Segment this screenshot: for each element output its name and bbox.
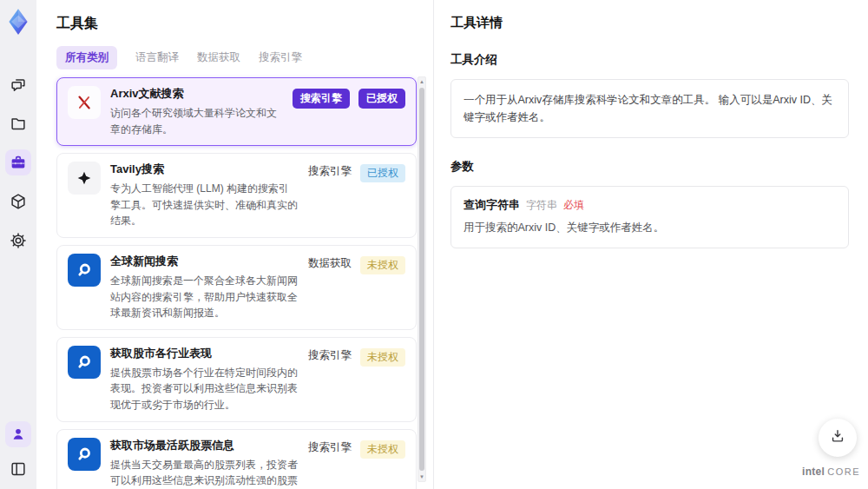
tool-icon — [68, 346, 101, 379]
auth-status-badge: 已授权 — [358, 89, 405, 109]
app-window: 工具集 所有类别语言翻译数据获取搜索引擎 Arxiv文献搜索 访问 — [0, 0, 868, 489]
download-button[interactable] — [819, 419, 857, 457]
tab-category-1[interactable]: 语言翻译 — [135, 50, 179, 65]
tool-category-label: 搜索引擎 — [293, 89, 350, 109]
tool-name: 获取市场最活跃股票信息 — [110, 438, 299, 453]
param-description: 用于搜索的Arxiv ID、关键字或作者姓名。 — [464, 221, 836, 235]
params-heading: 参数 — [450, 159, 849, 175]
auth-status-badge: 未授权 — [360, 256, 405, 274]
tool-description: 提供股票市场各个行业在特定时间段内的表现。投资者可以利用这些信息来识别表现优于或… — [110, 365, 299, 413]
tool-name: Tavily搜索 — [110, 162, 299, 177]
param-type: 字符串 — [526, 198, 557, 213]
arxiv-logo-icon — [75, 93, 94, 112]
tool-name: 获取股市各行业表现 — [110, 346, 299, 361]
tool-icon — [68, 254, 101, 287]
tool-card-list: Arxiv文献搜索 访问各个研究领域大量科学论文和文章的存储库。 搜索引擎 已授… — [56, 77, 417, 489]
tab-category-3[interactable]: 搜索引擎 — [259, 50, 302, 65]
tool-category-label: 搜索引擎 — [308, 440, 352, 455]
category-tabs: 所有类别语言翻译数据获取搜索引擎 — [56, 46, 433, 69]
app-logo-icon — [3, 7, 33, 36]
intro-box: 一个用于从Arxiv存储库搜索科学论文和文章的工具。 输入可以是Arxiv ID… — [450, 79, 849, 138]
tavily-star-icon — [75, 169, 94, 188]
tool-name: Arxiv文献搜索 — [110, 86, 283, 102]
tool-icon — [68, 162, 101, 195]
folder-icon — [9, 114, 28, 133]
scroll-up-icon[interactable]: ▲ — [419, 77, 424, 86]
list-scrollbar[interactable]: ▲ ▼ — [418, 76, 426, 482]
gear-icon — [9, 231, 28, 250]
news-search-icon — [75, 261, 94, 280]
tool-description: 提供当天交易量最高的股票列表，投资者可以利用这些信息来识别流动性强的股票和潜在的… — [110, 457, 299, 489]
tool-card[interactable]: 获取股市各行业表现 提供股票市场各个行业在特定时间段内的表现。投资者可以利用这些… — [56, 337, 417, 422]
download-icon — [829, 427, 846, 448]
tool-card[interactable]: Arxiv文献搜索 访问各个研究领域大量科学论文和文章的存储库。 搜索引擎 已授… — [56, 77, 417, 146]
intro-heading: 工具介绍 — [450, 52, 849, 68]
news-search-icon — [75, 353, 94, 372]
user-icon — [10, 426, 27, 443]
intel-brand-text: intel — [802, 466, 825, 478]
tool-description: 访问各个研究领域大量科学论文和文章的存储库。 — [110, 105, 283, 137]
param-name: 查询字符串 — [464, 197, 520, 213]
tab-category-2[interactable]: 数据获取 — [197, 50, 240, 65]
tool-category-label: 搜索引擎 — [308, 348, 352, 363]
tool-detail-panel: 工具详情 工具介绍 一个用于从Arxiv存储库搜索科学论文和文章的工具。 输入可… — [434, 0, 868, 489]
tool-list-panel: 工具集 所有类别语言翻译数据获取搜索引擎 Arxiv文献搜索 访问 — [36, 0, 434, 489]
rail-item-models[interactable] — [5, 188, 31, 215]
chat-icon — [9, 75, 28, 94]
param-required-badge: 必填 — [563, 198, 584, 213]
tool-category-label: 搜索引擎 — [308, 164, 352, 179]
scroll-down-icon[interactable]: ▼ — [419, 472, 424, 481]
intel-core-logo: intel CORE — [802, 466, 860, 478]
core-brand-text: CORE — [827, 466, 860, 477]
sidebar-toggle-icon — [9, 459, 28, 479]
news-search-icon — [75, 445, 94, 464]
detail-title: 工具详情 — [450, 15, 849, 31]
tool-name: 全球新闻搜索 — [110, 254, 299, 269]
scrollbar-thumb[interactable] — [419, 88, 424, 471]
rail-item-toolbox[interactable] — [5, 149, 31, 175]
tool-category-label: 数据获取 — [308, 256, 352, 271]
tool-card[interactable]: 获取市场最活跃股票信息 提供当天交易量最高的股票列表，投资者可以利用这些信息来识… — [56, 429, 417, 489]
auth-status-badge: 已授权 — [360, 164, 405, 182]
param-card: 查询字符串 字符串 必填 用于搜索的Arxiv ID、关键字或作者姓名。 — [450, 186, 849, 248]
tool-description: 全球新闻搜索是一个聚合全球各大新闻网站内容的搜索引擎，帮助用户快速获取全球最新资… — [110, 273, 299, 321]
toolbox-icon — [9, 153, 28, 172]
auth-status-badge: 未授权 — [360, 348, 405, 367]
rail-item-panel-toggle[interactable] — [5, 456, 31, 482]
tool-description: 专为人工智能代理 (LLM) 构建的搜索引擎工具。可快速提供实时、准确和真实的结… — [110, 181, 299, 229]
rail-item-chat[interactable] — [5, 71, 31, 97]
tool-card[interactable]: Tavily搜索 专为人工智能代理 (LLM) 构建的搜索引擎工具。可快速提供实… — [56, 153, 417, 238]
left-rail — [0, 0, 36, 489]
rail-item-settings[interactable] — [5, 228, 31, 254]
tool-icon — [68, 438, 101, 471]
rail-item-account[interactable] — [5, 421, 31, 447]
auth-status-badge: 未授权 — [360, 440, 405, 459]
page-title: 工具集 — [56, 15, 433, 33]
tab-all-categories[interactable]: 所有类别 — [56, 46, 117, 69]
tool-card[interactable]: 全球新闻搜索 全球新闻搜索是一个聚合全球各大新闻网站内容的搜索引擎，帮助用户快速… — [56, 245, 417, 330]
rail-item-files[interactable] — [5, 110, 31, 136]
cube-icon — [9, 192, 28, 211]
tool-icon — [68, 86, 101, 119]
